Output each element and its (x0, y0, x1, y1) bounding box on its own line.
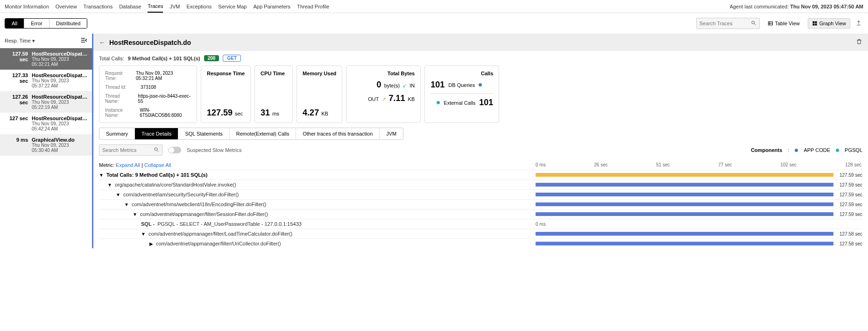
search-metrics-input[interactable] (99, 145, 151, 155)
tab-remote-calls[interactable]: Remote(External) Calls (229, 128, 296, 139)
svg-rect-8 (815, 24, 817, 26)
trace-tree-row[interactable]: ▼com/adventnet/nms/webclient/i18n/Encodi… (99, 199, 862, 209)
search-icon[interactable] (151, 145, 162, 155)
request-details-card: Request Time:Thu Nov 09, 2023 05:32:21 A… (99, 65, 197, 123)
chevron-down-icon[interactable]: ▼ (133, 212, 137, 217)
svg-rect-6 (815, 22, 817, 23)
trace-tree-row[interactable]: ▼org/apache/catalina/core/StandardHostVa… (99, 180, 862, 189)
collapse-all-link[interactable]: Collapse All (144, 162, 171, 168)
trace-list-item[interactable]: 127.33 secHostResourceDispatch.doThu Nov… (0, 70, 92, 91)
trace-tree-row[interactable]: ▼com/adventnet/appmanager/filter/LoadTim… (99, 229, 862, 238)
method-badge: GET (223, 55, 241, 62)
collapse-sidebar-icon[interactable] (80, 36, 87, 45)
search-metrics[interactable] (99, 144, 162, 156)
export-icon[interactable] (854, 18, 863, 29)
graph-view-button[interactable]: Graph View (808, 18, 850, 29)
agent-status: Agent last communicated: Thu Nov 09, 202… (730, 4, 863, 9)
nav-monitor-info[interactable]: Monitor Information (5, 1, 49, 12)
nav-app-parameters[interactable]: App Parameters (253, 1, 290, 12)
svg-rect-7 (812, 24, 814, 26)
total-calls-label: Total Calls: (99, 56, 124, 61)
pane-header: ← HostResourceDispatch.do (93, 34, 868, 51)
filter-distributed[interactable]: Distributed (49, 19, 87, 28)
total-calls-value: 9 Method Call(s) + 101 SQL(s) (128, 56, 200, 61)
top-nav: Monitor Information Overview Transaction… (0, 0, 868, 13)
svg-point-12 (155, 148, 157, 151)
tab-jvm-detail[interactable]: JVM (379, 128, 403, 139)
status-badge: 200 (204, 55, 219, 61)
nav-jvm[interactable]: JVM (169, 1, 180, 12)
tab-summary[interactable]: Summary (99, 128, 134, 139)
chevron-down-icon[interactable]: ▼ (124, 202, 129, 207)
total-bytes-card: Total Bytes 0 byte(s) ↙ IN OUT ↗ 7.11 KB (346, 65, 421, 123)
back-button[interactable]: ← (99, 39, 106, 46)
search-icon[interactable] (748, 18, 759, 29)
svg-line-13 (157, 151, 159, 152)
delete-icon[interactable] (856, 38, 862, 46)
toolbar: All Error Distributed Table View Graph V… (0, 13, 868, 34)
trace-detail-pane: ← HostResourceDispatch.do Total Calls: 9… (93, 34, 868, 248)
filter-all[interactable]: All (5, 19, 24, 28)
chevron-down-icon[interactable]: ▼ (116, 192, 120, 197)
nav-tabs: Monitor Information Overview Transaction… (5, 0, 329, 13)
chevron-down-icon[interactable]: ▶ (149, 241, 153, 246)
svg-rect-5 (812, 22, 814, 23)
trace-list-item[interactable]: 9 msGraphicalView.doThu Nov 09, 2023 05:… (0, 134, 92, 156)
trace-tree-row[interactable]: ▼com/adventnet/appmanager/filter/Session… (99, 209, 862, 219)
sort-dropdown[interactable]: Resp. Time ▾ (5, 38, 35, 44)
svg-line-1 (754, 24, 755, 25)
filter-error[interactable]: Error (24, 19, 49, 28)
trace-title: HostResourceDispatch.do (109, 39, 191, 46)
components-legend: Components: APP CODE PGSQL (751, 147, 862, 153)
trace-tree-row[interactable]: ▶com/adventnet/appmanager/filter/UriColl… (99, 238, 862, 248)
nav-database[interactable]: Database (119, 1, 141, 12)
nav-thread-profile[interactable]: Thread Profile (297, 1, 329, 12)
tab-other-traces[interactable]: Other traces of this transaction (296, 128, 379, 139)
nav-overview[interactable]: Overview (56, 1, 77, 12)
nav-traces[interactable]: Traces (148, 0, 163, 13)
detail-tabs: Summary Trace Details SQL Statements Rem… (99, 128, 403, 140)
tab-sql-statements[interactable]: SQL Statements (178, 128, 229, 139)
trace-list-item[interactable]: 127.59 secHostResourceDispatch.doThu Nov… (0, 48, 92, 70)
search-traces[interactable] (696, 18, 760, 29)
memory-used-card: Memory Used 4.27 KB (296, 65, 342, 123)
suspected-slow-label: Suspected Slow Metrics (187, 147, 241, 153)
trace-list-item[interactable]: 127.26 secHostResourceDispatch.doThu Nov… (0, 91, 92, 113)
trace-tree-row[interactable]: ▼com/adventnet/iam/security/SecurityFilt… (99, 189, 862, 199)
trace-sidebar: Resp. Time ▾ 127.59 secHostResourceDispa… (0, 34, 93, 248)
expand-all-link[interactable]: Expand All (116, 162, 140, 168)
table-view-button[interactable]: Table View (763, 18, 804, 29)
nav-transactions[interactable]: Transactions (84, 1, 113, 12)
response-time-card: Response Time 127.59 sec (201, 65, 251, 123)
nav-exceptions[interactable]: Exceptions (186, 1, 212, 12)
trace-tree-row[interactable]: SQL - PGSQL - SELECT - AM_UserPasswordTa… (99, 219, 862, 229)
cpu-time-card: CPU Time 31 ms (254, 65, 293, 123)
trace-tree-row[interactable]: ▼Total Calls: 9 Method Call(s) + 101 SQL… (99, 170, 862, 180)
chevron-down-icon[interactable]: ▼ (141, 231, 146, 237)
chevron-down-icon[interactable]: ▼ (99, 173, 104, 178)
nav-service-map[interactable]: Service Map (218, 1, 247, 12)
filter-pills: All Error Distributed (5, 18, 87, 29)
svg-point-0 (752, 21, 755, 24)
tab-trace-details[interactable]: Trace Details (134, 128, 178, 139)
trace-list-item[interactable]: 127 secHostResourceDispatch.doThu Nov 09… (0, 113, 92, 134)
chevron-down-icon[interactable]: ▼ (107, 182, 112, 187)
suspected-slow-toggle[interactable] (168, 147, 181, 153)
calls-card: Calls 101 DB Queries External Calls 101 (424, 65, 499, 123)
search-traces-input[interactable] (697, 19, 748, 28)
